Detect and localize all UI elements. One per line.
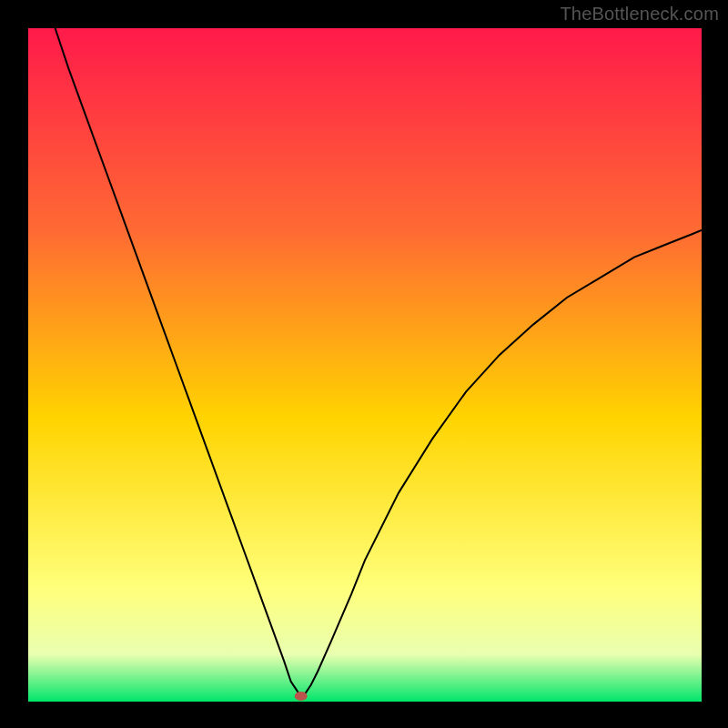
plot-area — [28, 28, 702, 702]
watermark-text: TheBottleneck.com — [560, 4, 719, 25]
gradient-background — [28, 28, 702, 702]
optimum-dot — [295, 692, 308, 701]
chart-container: TheBottleneck.com — [0, 0, 728, 728]
chart-svg — [28, 28, 702, 702]
